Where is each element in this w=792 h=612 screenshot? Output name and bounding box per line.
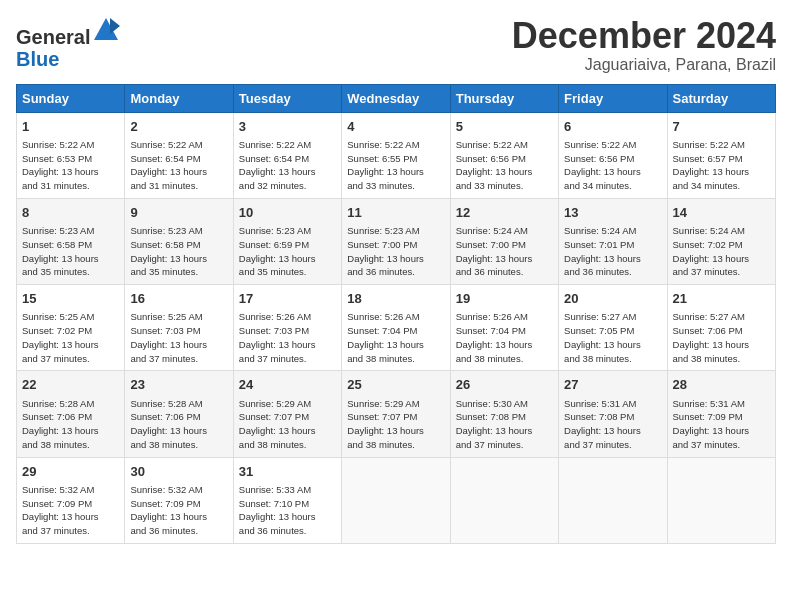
day-cell	[450, 457, 558, 543]
day-cell: 13Sunrise: 5:24 AMSunset: 7:01 PMDayligh…	[559, 198, 667, 284]
week-row-4: 29Sunrise: 5:32 AMSunset: 7:09 PMDayligh…	[17, 457, 776, 543]
day-number: 19	[456, 290, 553, 308]
day-info: Sunrise: 5:32 AMSunset: 7:09 PMDaylight:…	[22, 483, 119, 538]
day-cell: 8Sunrise: 5:23 AMSunset: 6:58 PMDaylight…	[17, 198, 125, 284]
day-number: 20	[564, 290, 661, 308]
day-cell: 14Sunrise: 5:24 AMSunset: 7:02 PMDayligh…	[667, 198, 775, 284]
day-info: Sunrise: 5:29 AMSunset: 7:07 PMDaylight:…	[239, 397, 336, 452]
day-number: 25	[347, 376, 444, 394]
day-number: 18	[347, 290, 444, 308]
logo-icon	[92, 16, 120, 44]
day-info: Sunrise: 5:29 AMSunset: 7:07 PMDaylight:…	[347, 397, 444, 452]
day-cell	[342, 457, 450, 543]
day-number: 11	[347, 204, 444, 222]
day-cell: 22Sunrise: 5:28 AMSunset: 7:06 PMDayligh…	[17, 371, 125, 457]
calendar-table: SundayMondayTuesdayWednesdayThursdayFrid…	[16, 84, 776, 544]
day-number: 27	[564, 376, 661, 394]
day-cell: 30Sunrise: 5:32 AMSunset: 7:09 PMDayligh…	[125, 457, 233, 543]
title-block: December 2024 Jaguariaiva, Parana, Brazi…	[512, 16, 776, 74]
day-info: Sunrise: 5:22 AMSunset: 6:53 PMDaylight:…	[22, 138, 119, 193]
day-info: Sunrise: 5:26 AMSunset: 7:04 PMDaylight:…	[347, 310, 444, 365]
day-cell: 12Sunrise: 5:24 AMSunset: 7:00 PMDayligh…	[450, 198, 558, 284]
day-cell	[667, 457, 775, 543]
header-day-friday: Friday	[559, 84, 667, 112]
day-info: Sunrise: 5:22 AMSunset: 6:54 PMDaylight:…	[130, 138, 227, 193]
day-info: Sunrise: 5:23 AMSunset: 6:58 PMDaylight:…	[130, 224, 227, 279]
day-number: 30	[130, 463, 227, 481]
day-info: Sunrise: 5:28 AMSunset: 7:06 PMDaylight:…	[130, 397, 227, 452]
day-cell: 9Sunrise: 5:23 AMSunset: 6:58 PMDaylight…	[125, 198, 233, 284]
day-info: Sunrise: 5:33 AMSunset: 7:10 PMDaylight:…	[239, 483, 336, 538]
day-number: 5	[456, 118, 553, 136]
day-cell: 19Sunrise: 5:26 AMSunset: 7:04 PMDayligh…	[450, 285, 558, 371]
day-cell: 18Sunrise: 5:26 AMSunset: 7:04 PMDayligh…	[342, 285, 450, 371]
day-number: 17	[239, 290, 336, 308]
day-number: 15	[22, 290, 119, 308]
day-info: Sunrise: 5:22 AMSunset: 6:54 PMDaylight:…	[239, 138, 336, 193]
day-cell: 24Sunrise: 5:29 AMSunset: 7:07 PMDayligh…	[233, 371, 341, 457]
day-info: Sunrise: 5:22 AMSunset: 6:56 PMDaylight:…	[456, 138, 553, 193]
day-number: 31	[239, 463, 336, 481]
day-cell: 23Sunrise: 5:28 AMSunset: 7:06 PMDayligh…	[125, 371, 233, 457]
day-number: 24	[239, 376, 336, 394]
day-cell: 15Sunrise: 5:25 AMSunset: 7:02 PMDayligh…	[17, 285, 125, 371]
day-cell	[559, 457, 667, 543]
header-day-sunday: Sunday	[17, 84, 125, 112]
day-cell: 3Sunrise: 5:22 AMSunset: 6:54 PMDaylight…	[233, 112, 341, 198]
day-number: 28	[673, 376, 770, 394]
month-title: December 2024	[512, 16, 776, 56]
day-cell: 28Sunrise: 5:31 AMSunset: 7:09 PMDayligh…	[667, 371, 775, 457]
logo-blue: Blue	[16, 48, 59, 70]
header-day-thursday: Thursday	[450, 84, 558, 112]
day-number: 7	[673, 118, 770, 136]
day-cell: 31Sunrise: 5:33 AMSunset: 7:10 PMDayligh…	[233, 457, 341, 543]
location-title: Jaguariaiva, Parana, Brazil	[512, 56, 776, 74]
day-cell: 20Sunrise: 5:27 AMSunset: 7:05 PMDayligh…	[559, 285, 667, 371]
day-number: 23	[130, 376, 227, 394]
day-cell: 1Sunrise: 5:22 AMSunset: 6:53 PMDaylight…	[17, 112, 125, 198]
day-number: 6	[564, 118, 661, 136]
day-info: Sunrise: 5:23 AMSunset: 7:00 PMDaylight:…	[347, 224, 444, 279]
day-info: Sunrise: 5:31 AMSunset: 7:08 PMDaylight:…	[564, 397, 661, 452]
day-cell: 27Sunrise: 5:31 AMSunset: 7:08 PMDayligh…	[559, 371, 667, 457]
logo-general: General	[16, 26, 90, 48]
day-info: Sunrise: 5:24 AMSunset: 7:00 PMDaylight:…	[456, 224, 553, 279]
week-row-1: 8Sunrise: 5:23 AMSunset: 6:58 PMDaylight…	[17, 198, 776, 284]
day-number: 8	[22, 204, 119, 222]
header-day-tuesday: Tuesday	[233, 84, 341, 112]
header-day-saturday: Saturday	[667, 84, 775, 112]
day-info: Sunrise: 5:22 AMSunset: 6:57 PMDaylight:…	[673, 138, 770, 193]
day-info: Sunrise: 5:26 AMSunset: 7:03 PMDaylight:…	[239, 310, 336, 365]
day-info: Sunrise: 5:25 AMSunset: 7:02 PMDaylight:…	[22, 310, 119, 365]
day-info: Sunrise: 5:28 AMSunset: 7:06 PMDaylight:…	[22, 397, 119, 452]
page-header: General Blue December 2024 Jaguariaiva, …	[16, 16, 776, 74]
logo: General Blue	[16, 16, 120, 70]
day-cell: 26Sunrise: 5:30 AMSunset: 7:08 PMDayligh…	[450, 371, 558, 457]
week-row-2: 15Sunrise: 5:25 AMSunset: 7:02 PMDayligh…	[17, 285, 776, 371]
day-number: 9	[130, 204, 227, 222]
day-number: 26	[456, 376, 553, 394]
day-number: 14	[673, 204, 770, 222]
day-number: 1	[22, 118, 119, 136]
day-info: Sunrise: 5:25 AMSunset: 7:03 PMDaylight:…	[130, 310, 227, 365]
day-cell: 2Sunrise: 5:22 AMSunset: 6:54 PMDaylight…	[125, 112, 233, 198]
day-info: Sunrise: 5:23 AMSunset: 6:58 PMDaylight:…	[22, 224, 119, 279]
day-cell: 6Sunrise: 5:22 AMSunset: 6:56 PMDaylight…	[559, 112, 667, 198]
week-row-3: 22Sunrise: 5:28 AMSunset: 7:06 PMDayligh…	[17, 371, 776, 457]
day-number: 13	[564, 204, 661, 222]
day-info: Sunrise: 5:32 AMSunset: 7:09 PMDaylight:…	[130, 483, 227, 538]
day-cell: 7Sunrise: 5:22 AMSunset: 6:57 PMDaylight…	[667, 112, 775, 198]
day-number: 12	[456, 204, 553, 222]
day-cell: 11Sunrise: 5:23 AMSunset: 7:00 PMDayligh…	[342, 198, 450, 284]
day-number: 4	[347, 118, 444, 136]
day-number: 29	[22, 463, 119, 481]
day-number: 10	[239, 204, 336, 222]
day-info: Sunrise: 5:23 AMSunset: 6:59 PMDaylight:…	[239, 224, 336, 279]
svg-marker-1	[110, 18, 120, 34]
day-cell: 25Sunrise: 5:29 AMSunset: 7:07 PMDayligh…	[342, 371, 450, 457]
day-cell: 29Sunrise: 5:32 AMSunset: 7:09 PMDayligh…	[17, 457, 125, 543]
day-info: Sunrise: 5:31 AMSunset: 7:09 PMDaylight:…	[673, 397, 770, 452]
day-number: 22	[22, 376, 119, 394]
day-cell: 5Sunrise: 5:22 AMSunset: 6:56 PMDaylight…	[450, 112, 558, 198]
day-info: Sunrise: 5:22 AMSunset: 6:56 PMDaylight:…	[564, 138, 661, 193]
